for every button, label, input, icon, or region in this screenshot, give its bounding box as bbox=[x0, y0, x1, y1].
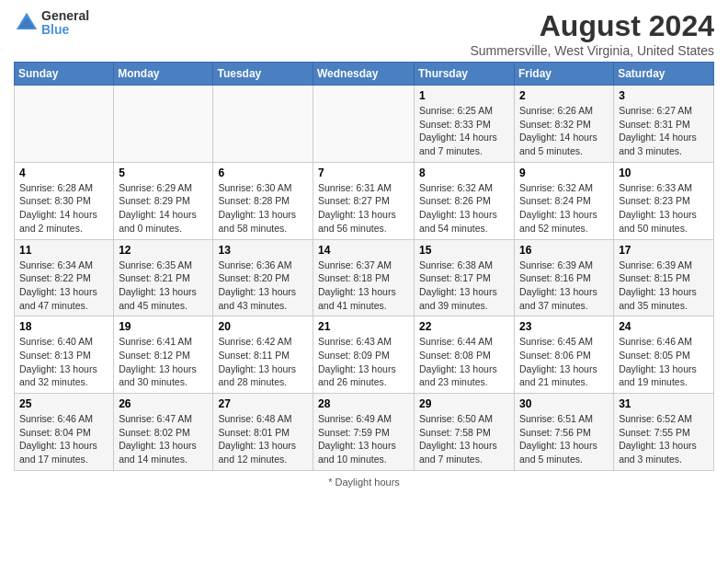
day-info: Sunrise: 6:32 AM Sunset: 8:26 PM Dayligh… bbox=[419, 181, 509, 236]
day-info: Sunrise: 6:30 AM Sunset: 8:28 PM Dayligh… bbox=[218, 181, 308, 236]
calendar: SundayMondayTuesdayWednesdayThursdayFrid… bbox=[14, 62, 714, 471]
day-info: Sunrise: 6:47 AM Sunset: 8:02 PM Dayligh… bbox=[119, 412, 208, 466]
day-info: Sunrise: 6:44 AM Sunset: 8:08 PM Dayligh… bbox=[419, 335, 509, 389]
calendar-col-header: Saturday bbox=[614, 63, 714, 86]
day-info: Sunrise: 6:28 AM Sunset: 8:30 PM Dayligh… bbox=[19, 181, 108, 236]
header: General Blue August 2024 Summersville, W… bbox=[14, 9, 714, 58]
calendar-cell bbox=[213, 86, 313, 163]
calendar-cell: 28Sunrise: 6:49 AM Sunset: 7:59 PM Dayli… bbox=[313, 394, 415, 471]
calendar-cell: 5Sunrise: 6:29 AM Sunset: 8:29 PM Daylig… bbox=[114, 162, 213, 239]
day-number: 31 bbox=[619, 397, 709, 410]
day-info: Sunrise: 6:39 AM Sunset: 8:15 PM Dayligh… bbox=[619, 259, 709, 313]
day-info: Sunrise: 6:33 AM Sunset: 8:23 PM Dayligh… bbox=[619, 181, 709, 236]
day-number: 7 bbox=[318, 167, 409, 179]
footer-note: * Daylight hours bbox=[14, 477, 714, 488]
day-number: 14 bbox=[318, 244, 409, 257]
calendar-cell: 17Sunrise: 6:39 AM Sunset: 8:15 PM Dayli… bbox=[614, 239, 714, 316]
day-info: Sunrise: 6:35 AM Sunset: 8:21 PM Dayligh… bbox=[119, 259, 208, 313]
calendar-cell: 13Sunrise: 6:36 AM Sunset: 8:20 PM Dayli… bbox=[213, 239, 313, 316]
calendar-week-row: 18Sunrise: 6:40 AM Sunset: 8:13 PM Dayli… bbox=[15, 316, 714, 394]
footer-text: Daylight hours bbox=[336, 477, 400, 488]
calendar-cell: 26Sunrise: 6:47 AM Sunset: 8:02 PM Dayli… bbox=[114, 394, 213, 471]
logo-line1: General bbox=[41, 9, 89, 23]
calendar-cell: 2Sunrise: 6:26 AM Sunset: 8:32 PM Daylig… bbox=[515, 86, 614, 163]
day-info: Sunrise: 6:31 AM Sunset: 8:27 PM Dayligh… bbox=[318, 181, 409, 236]
day-info: Sunrise: 6:39 AM Sunset: 8:16 PM Dayligh… bbox=[519, 259, 609, 313]
calendar-header: SundayMondayTuesdayWednesdayThursdayFrid… bbox=[15, 63, 714, 86]
calendar-cell: 30Sunrise: 6:51 AM Sunset: 7:56 PM Dayli… bbox=[515, 394, 614, 471]
day-number: 25 bbox=[19, 397, 108, 410]
day-number: 23 bbox=[519, 320, 609, 333]
day-info: Sunrise: 6:48 AM Sunset: 8:01 PM Dayligh… bbox=[218, 412, 308, 466]
day-number: 12 bbox=[119, 244, 208, 257]
day-number: 22 bbox=[419, 320, 509, 333]
calendar-cell: 3Sunrise: 6:27 AM Sunset: 8:31 PM Daylig… bbox=[614, 86, 714, 163]
day-info: Sunrise: 6:46 AM Sunset: 8:04 PM Dayligh… bbox=[19, 412, 108, 466]
logo-line2: Blue bbox=[41, 23, 89, 37]
day-number: 21 bbox=[318, 320, 409, 333]
calendar-cell: 25Sunrise: 6:46 AM Sunset: 8:04 PM Dayli… bbox=[15, 394, 114, 471]
day-info: Sunrise: 6:26 AM Sunset: 8:32 PM Dayligh… bbox=[519, 104, 609, 158]
day-info: Sunrise: 6:40 AM Sunset: 8:13 PM Dayligh… bbox=[19, 335, 108, 389]
day-number: 3 bbox=[619, 89, 709, 102]
calendar-col-header: Wednesday bbox=[313, 63, 415, 86]
day-number: 28 bbox=[318, 397, 409, 410]
day-number: 19 bbox=[119, 320, 208, 333]
day-number: 15 bbox=[419, 244, 509, 257]
day-number: 24 bbox=[619, 320, 709, 333]
calendar-cell: 19Sunrise: 6:41 AM Sunset: 8:12 PM Dayli… bbox=[114, 316, 213, 394]
calendar-cell: 18Sunrise: 6:40 AM Sunset: 8:13 PM Dayli… bbox=[15, 316, 114, 394]
calendar-cell: 20Sunrise: 6:42 AM Sunset: 8:11 PM Dayli… bbox=[213, 316, 313, 394]
calendar-cell: 15Sunrise: 6:38 AM Sunset: 8:17 PM Dayli… bbox=[415, 239, 515, 316]
day-number: 9 bbox=[519, 167, 609, 179]
calendar-col-header: Sunday bbox=[15, 63, 114, 86]
calendar-col-header: Monday bbox=[114, 63, 213, 86]
calendar-week-row: 4Sunrise: 6:28 AM Sunset: 8:30 PM Daylig… bbox=[15, 162, 714, 239]
day-info: Sunrise: 6:36 AM Sunset: 8:20 PM Dayligh… bbox=[218, 259, 308, 313]
day-number: 18 bbox=[19, 320, 108, 333]
calendar-week-row: 1Sunrise: 6:25 AM Sunset: 8:33 PM Daylig… bbox=[15, 86, 714, 163]
header-row: SundayMondayTuesdayWednesdayThursdayFrid… bbox=[15, 63, 714, 86]
calendar-cell: 11Sunrise: 6:34 AM Sunset: 8:22 PM Dayli… bbox=[15, 239, 114, 316]
calendar-cell: 29Sunrise: 6:50 AM Sunset: 7:58 PM Dayli… bbox=[415, 394, 515, 471]
day-info: Sunrise: 6:34 AM Sunset: 8:22 PM Dayligh… bbox=[19, 259, 108, 313]
day-info: Sunrise: 6:50 AM Sunset: 7:58 PM Dayligh… bbox=[419, 412, 509, 466]
main-title: August 2024 bbox=[470, 9, 714, 43]
calendar-cell: 22Sunrise: 6:44 AM Sunset: 8:08 PM Dayli… bbox=[415, 316, 515, 394]
day-number: 27 bbox=[218, 397, 308, 410]
day-number: 4 bbox=[19, 167, 108, 179]
day-number: 8 bbox=[419, 167, 509, 179]
calendar-col-header: Friday bbox=[515, 63, 614, 86]
calendar-week-row: 25Sunrise: 6:46 AM Sunset: 8:04 PM Dayli… bbox=[15, 394, 714, 471]
day-number: 6 bbox=[218, 167, 308, 179]
title-area: August 2024 Summersville, West Virginia,… bbox=[470, 9, 714, 58]
day-info: Sunrise: 6:52 AM Sunset: 7:55 PM Dayligh… bbox=[619, 412, 709, 466]
day-number: 20 bbox=[218, 320, 308, 333]
day-number: 11 bbox=[19, 244, 108, 257]
day-info: Sunrise: 6:29 AM Sunset: 8:29 PM Dayligh… bbox=[119, 181, 208, 236]
calendar-cell: 6Sunrise: 6:30 AM Sunset: 8:28 PM Daylig… bbox=[213, 162, 313, 239]
logo-text: General Blue bbox=[41, 9, 89, 38]
day-number: 30 bbox=[519, 397, 609, 410]
subtitle: Summersville, West Virginia, United Stat… bbox=[470, 43, 714, 58]
day-number: 10 bbox=[619, 167, 709, 179]
day-number: 13 bbox=[218, 244, 308, 257]
day-info: Sunrise: 6:43 AM Sunset: 8:09 PM Dayligh… bbox=[318, 335, 409, 389]
day-info: Sunrise: 6:49 AM Sunset: 7:59 PM Dayligh… bbox=[318, 412, 409, 466]
calendar-week-row: 11Sunrise: 6:34 AM Sunset: 8:22 PM Dayli… bbox=[15, 239, 714, 316]
calendar-cell: 9Sunrise: 6:32 AM Sunset: 8:24 PM Daylig… bbox=[515, 162, 614, 239]
day-number: 16 bbox=[519, 244, 609, 257]
day-info: Sunrise: 6:41 AM Sunset: 8:12 PM Dayligh… bbox=[119, 335, 208, 389]
calendar-cell bbox=[313, 86, 415, 163]
calendar-cell: 24Sunrise: 6:46 AM Sunset: 8:05 PM Dayli… bbox=[614, 316, 714, 394]
day-info: Sunrise: 6:32 AM Sunset: 8:24 PM Dayligh… bbox=[519, 181, 609, 236]
calendar-cell bbox=[114, 86, 213, 163]
day-info: Sunrise: 6:25 AM Sunset: 8:33 PM Dayligh… bbox=[419, 104, 509, 158]
calendar-cell: 4Sunrise: 6:28 AM Sunset: 8:30 PM Daylig… bbox=[15, 162, 114, 239]
calendar-cell bbox=[15, 86, 114, 163]
day-number: 17 bbox=[619, 244, 709, 257]
calendar-cell: 7Sunrise: 6:31 AM Sunset: 8:27 PM Daylig… bbox=[313, 162, 415, 239]
day-info: Sunrise: 6:42 AM Sunset: 8:11 PM Dayligh… bbox=[218, 335, 308, 389]
day-number: 26 bbox=[119, 397, 208, 410]
calendar-body: 1Sunrise: 6:25 AM Sunset: 8:33 PM Daylig… bbox=[15, 86, 714, 471]
